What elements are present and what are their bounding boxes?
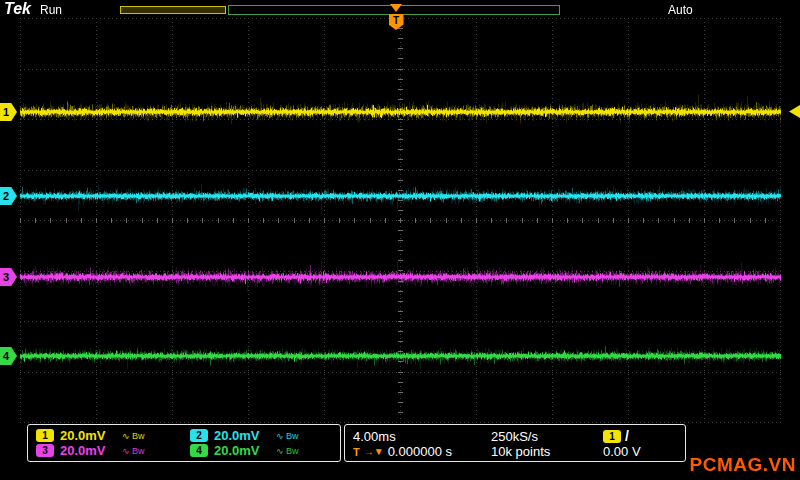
channel-1-scale: 20.0mV <box>60 428 116 443</box>
sample-rate-readout: 250kS/s <box>491 428 603 444</box>
channel-3-readout[interactable]: 3 20.0mV ∿ Bw <box>36 443 178 458</box>
time-per-div: 4.00ms <box>353 429 396 444</box>
channel-1-badge: 1 <box>36 429 54 442</box>
channel-2-marker-label: 2 <box>3 190 9 202</box>
trigger-position-readout[interactable]: T →▼ 0.000000 s <box>353 444 491 459</box>
trigger-mode-indicator: Auto <box>668 3 693 17</box>
record-view-segment <box>120 6 226 14</box>
channel-2-readout[interactable]: 2 20.0mV ∿ Bw <box>190 428 332 443</box>
acquisition-status: Run <box>40 3 62 17</box>
channel-3-marker-label: 3 <box>3 271 9 283</box>
trigger-position-value: 0.000000 s <box>388 444 452 459</box>
channel-readouts-box: 1 20.0mV ∿ Bw 2 20.0mV ∿ Bw 3 20.0mV ∿ B… <box>27 424 341 462</box>
trigger-position-arrow-icon <box>390 4 402 12</box>
coupling-bandwidth-icon: ∿ Bw <box>122 446 145 456</box>
channel-4-badge: 4 <box>190 444 208 457</box>
tek-logo: Tek <box>4 0 31 18</box>
trigger-source-readout[interactable]: 1 / <box>603 428 677 444</box>
coupling-bandwidth-icon: ∿ Bw <box>122 431 145 441</box>
channel-1-marker-label: 1 <box>3 106 9 118</box>
channel-4-marker-label: 4 <box>3 350 9 362</box>
coupling-bandwidth-icon: ∿ Bw <box>276 431 299 441</box>
sample-rate: 250kS/s <box>491 429 538 444</box>
trigger-slope-icon: / <box>625 428 629 444</box>
channel-2-scale: 20.0mV <box>214 428 270 443</box>
trigger-level-value: 0.00 V <box>603 444 641 459</box>
trigger-arrow-icon: →▼ <box>364 446 384 457</box>
channel-4-scale: 20.0mV <box>214 443 270 458</box>
record-length: 10k points <box>491 444 550 459</box>
waveform-display <box>0 0 800 480</box>
channel-3-badge: 3 <box>36 444 54 457</box>
coupling-bandwidth-icon: ∿ Bw <box>276 446 299 456</box>
channel-4-readout[interactable]: 4 20.0mV ∿ Bw <box>190 443 332 458</box>
trigger-marker-icon: T <box>353 446 360 458</box>
horizontal-trigger-readouts-box: 4.00ms 250kS/s 1 / T →▼ 0.000000 s 10k p… <box>344 424 686 462</box>
pcmag-watermark: PCMAG.VN <box>690 454 796 476</box>
record-length-readout: 10k points <box>491 444 603 459</box>
channel-3-scale: 20.0mV <box>60 443 116 458</box>
trigger-level-readout[interactable]: 0.00 V <box>603 444 677 459</box>
channel-1-readout[interactable]: 1 20.0mV ∿ Bw <box>36 428 178 443</box>
trigger-source-badge: 1 <box>603 430 621 443</box>
channel-2-badge: 2 <box>190 429 208 442</box>
timebase-readout[interactable]: 4.00ms <box>353 428 491 444</box>
trigger-flag-icon: T <box>389 14 404 30</box>
trigger-position-marker[interactable]: T <box>388 4 404 30</box>
